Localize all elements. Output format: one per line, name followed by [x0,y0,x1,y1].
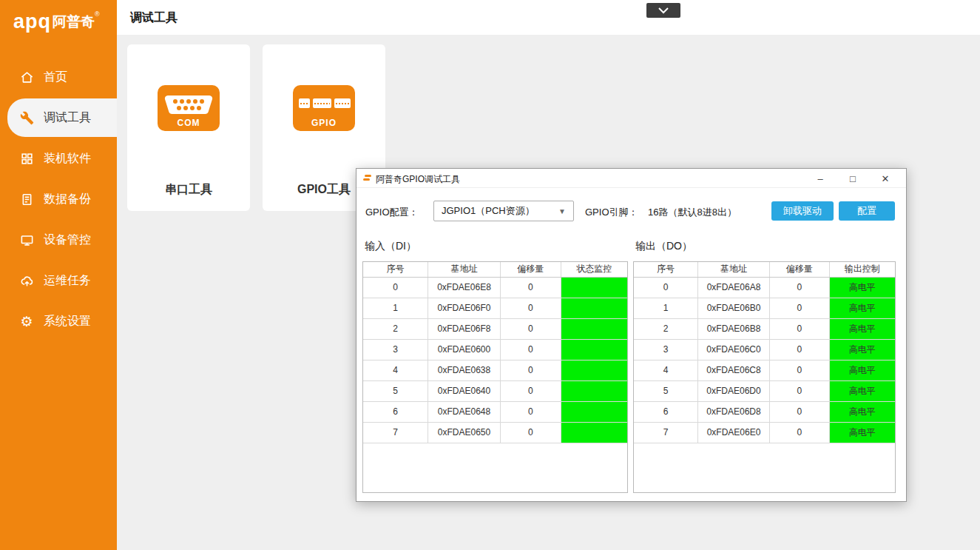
table-cell: 5 [363,380,428,401]
table-row: 30xFDAE06000 [363,339,627,360]
table-cell: 0xFDAE06E0 [697,422,769,443]
table-row: 50xFDAE06400 [363,380,627,401]
maximize-button[interactable]: □ [837,169,869,188]
table-cell: 0 [501,380,561,401]
cloud-upload-icon [19,273,34,288]
di-status-cell[interactable] [561,401,627,422]
table-cell: 0xFDAE0648 [428,401,500,422]
brand-logo-reg: ® [95,10,100,18]
table-cell: 0xFDAE06C0 [697,339,769,360]
table-row: 60xFDAE06D80高电平 [634,401,895,422]
collapse-panel-button[interactable] [646,3,680,18]
table-row: 50xFDAE06D00高电平 [634,380,895,401]
table-cell: 4 [363,360,428,380]
table-cell: 0xFDAE06C8 [697,360,769,380]
table-cell: 0 [770,298,829,318]
sidebar-item-label: 首页 [44,70,67,85]
do-output-control-cell[interactable]: 高电平 [829,277,895,298]
grid-icon [19,151,34,166]
table-row: 30xFDAE06C00高电平 [634,339,895,360]
sidebar-item-label: 数据备份 [44,192,91,207]
column-header: 基地址 [428,262,500,277]
di-header-row: 序号基地址偏移量状态监控 [363,262,627,277]
sidebar-item-home[interactable]: 首页 [0,61,117,93]
column-header: 偏移量 [770,262,829,277]
table-cell: 3 [634,339,697,360]
sidebar-item-debug-tools[interactable]: 调试工具 [7,98,117,137]
table-cell: 0 [501,339,561,360]
do-output-control-cell[interactable]: 高电平 [829,422,895,443]
do-output-control-cell[interactable]: 高电平 [829,360,895,380]
sidebar-item-label: 调试工具 [44,110,91,126]
gpio-icon-caption: GPIO [311,118,337,127]
table-cell: 0 [501,318,561,339]
table-row: 10xFDAE06B00高电平 [634,298,895,318]
do-output-control-cell[interactable]: 高电平 [829,298,895,318]
sidebar-item-system-settings[interactable]: ⚙ 系统设置 [0,305,117,338]
dialog-title: 阿普奇GPIO调试工具 [376,173,460,186]
table-cell: 0xFDAE0650 [428,422,500,443]
gpio-terminal-icon: GPIO [293,85,355,131]
di-status-cell[interactable] [561,298,627,318]
table-cell: 0xFDAE06D8 [697,401,769,422]
table-cell: 0 [770,401,829,422]
di-table: 序号基地址偏移量状态监控 00xFDAE06E8010xFDAE06F0020x… [362,261,628,493]
sidebar-item-install-software[interactable]: 装机软件 [0,142,117,175]
table-cell: 0xFDAE06B8 [697,318,769,339]
table-cell: 0 [770,318,829,339]
serial-tool-card[interactable]: COM 串口工具 [127,44,250,211]
table-row: 00xFDAE06A80高电平 [634,277,895,298]
sidebar-item-device-control[interactable]: 设备管控 [0,224,117,256]
table-cell: 0xFDAE06F0 [428,298,500,318]
table-cell: 0xFDAE0638 [428,360,500,380]
do-table: 序号基地址偏移量输出控制 00xFDAE06A80高电平10xFDAE06B00… [633,261,896,493]
di-section-label: 输入（DI） [365,240,416,253]
do-header-row: 序号基地址偏移量输出控制 [634,262,895,277]
backup-icon [19,192,34,207]
home-icon [19,70,34,84]
do-output-control-cell[interactable]: 高电平 [829,380,895,401]
do-output-control-cell[interactable]: 高电平 [829,401,895,422]
sidebar-item-ops-tasks[interactable]: 运维任务 [0,264,117,297]
close-button[interactable]: ✕ [869,169,902,188]
di-status-cell[interactable] [561,318,627,339]
table-cell: 2 [363,318,428,339]
table-cell: 0 [770,360,829,380]
table-cell: 2 [634,318,697,339]
table-cell: 7 [363,422,428,443]
unload-driver-button[interactable]: 卸载驱动 [771,201,834,221]
table-row: 00xFDAE06E80 [363,277,627,298]
minimize-button[interactable]: – [804,169,837,188]
table-cell: 1 [634,298,697,318]
table-row: 40xFDAE06C80高电平 [634,360,895,380]
table-cell: 0 [770,339,829,360]
gpio-config-select[interactable]: JGPIO1（PCH资源） ▼ [433,201,574,221]
dialog-titlebar[interactable]: 阿普奇GPIO调试工具 – □ ✕ [356,169,906,188]
sidebar-item-label: 装机软件 [44,151,91,167]
table-cell: 0 [501,401,561,422]
table-row: 20xFDAE06F80 [363,318,627,339]
do-section-label: 输出（DO） [635,240,692,253]
brand-logo: apq阿普奇® [13,10,100,33]
table-cell: 0xFDAE06A8 [697,277,769,298]
table-cell: 7 [634,422,697,443]
table-cell: 6 [634,401,697,422]
monitor-icon [19,232,34,247]
di-status-cell[interactable] [561,277,627,298]
column-header: 基地址 [697,262,769,277]
configure-button[interactable]: 配置 [839,201,895,221]
sidebar-item-data-backup[interactable]: 数据备份 [0,183,117,215]
com-port-icon: COM [158,85,220,131]
di-status-cell[interactable] [561,339,627,360]
top-bar: 调试工具 [117,0,980,35]
do-output-control-cell[interactable]: 高电平 [829,339,895,360]
table-cell: 0xFDAE0600 [428,339,500,360]
di-status-cell[interactable] [561,380,627,401]
di-status-cell[interactable] [561,422,627,443]
do-output-control-cell[interactable]: 高电平 [829,318,895,339]
table-cell: 6 [363,401,428,422]
di-status-cell[interactable] [561,360,627,380]
table-cell: 0 [501,360,561,380]
gpio-config-row: GPIO配置： JGPIO1（PCH资源） ▼ GPIO引脚： 16路（默认8进… [356,201,908,221]
sidebar: apq阿普奇® 首页 调试工具 装机软件 [0,0,117,550]
